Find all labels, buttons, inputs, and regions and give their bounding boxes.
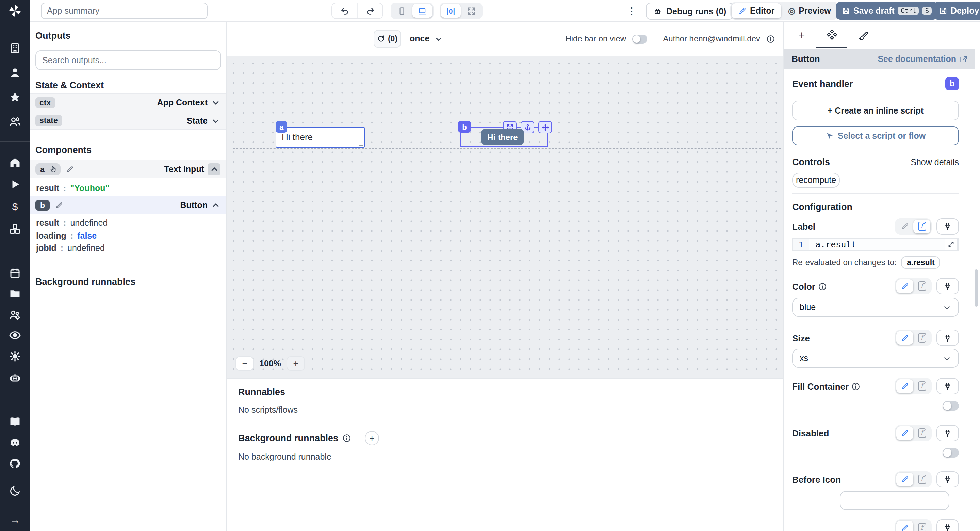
component-a-id-pill[interactable]: a [35,163,61,176]
connect-plug-icon[interactable] [937,330,959,346]
static-mode-pencil-icon[interactable] [896,472,913,486]
output-row-ctx[interactable]: ctx App Context [30,93,226,111]
info-icon[interactable] [766,34,775,43]
textinput-value[interactable]: Hi there [276,128,364,146]
more-menu-kebab-icon[interactable]: ⋮ [625,3,638,19]
label-code-value[interactable]: a.result [809,239,945,249]
app-summary-input[interactable] [41,3,208,19]
output-row-state[interactable]: state State [30,111,226,130]
chevron-down-icon[interactable] [211,98,221,108]
canvas-component-a-textinput[interactable]: a Hi there [275,127,365,147]
tab-styling[interactable] [855,27,871,43]
windmill-logo[interactable] [8,3,22,18]
disabled-toggle[interactable] [943,448,959,458]
tab-component-settings[interactable] [816,22,847,48]
see-documentation-link[interactable]: See documentation [878,54,968,63]
recompute-control-button[interactable]: recompute [792,173,840,188]
info-icon[interactable] [851,382,860,391]
add-background-runnable-button[interactable]: + [365,431,379,445]
save-draft-button[interactable]: Save draft Ctrl S [836,2,938,20]
show-details-link[interactable]: Show details [911,157,959,167]
app-canvas[interactable]: a Hi there b Hi there − 100% + [227,56,783,378]
component-row-a[interactable]: a Text Input [30,160,226,178]
chevron-up-icon[interactable] [211,201,221,210]
connect-plug-icon[interactable] [937,520,959,531]
zoom-out-button[interactable]: − [235,356,254,371]
chevron-down-icon[interactable] [211,116,221,125]
reevaluated-dependency[interactable]: a.result [901,256,940,269]
static-mode-pencil-icon[interactable] [896,426,913,440]
variables-icon[interactable]: $ [9,200,21,212]
collapse-a-button[interactable] [208,163,221,175]
before-icon-input[interactable] [840,491,950,510]
component-row-b[interactable]: b Button [30,196,226,214]
debug-runs-button[interactable]: Debug runs (0) [646,3,733,20]
static-mode-pencil-icon[interactable] [896,331,913,345]
tab-insert-component[interactable]: + [794,27,810,43]
workspace-icon[interactable] [9,42,21,54]
zoom-in-button[interactable]: + [286,356,305,371]
panel-scrollbar[interactable] [975,269,978,307]
connect-plug-icon[interactable] [937,378,959,394]
refresh-button[interactable]: (0) [374,30,401,48]
size-select[interactable]: xs [792,349,959,368]
docs-book-icon[interactable] [9,415,21,428]
resize-handle[interactable] [542,141,546,146]
runs-icon[interactable] [9,178,21,190]
hide-bar-toggle[interactable] [632,34,647,43]
static-mode-pencil-icon[interactable] [896,379,913,393]
resize-handle[interactable] [359,141,363,146]
eval-mode-function-icon[interactable]: f [913,521,930,531]
button-component-preview[interactable]: Hi there [481,128,524,146]
home-icon[interactable] [9,156,21,169]
eval-mode-function-icon[interactable]: f [913,472,930,486]
discord-icon[interactable] [9,436,21,449]
dark-mode-moon-icon[interactable] [9,485,21,497]
static-mode-pencil-icon[interactable] [896,220,913,233]
undo-button[interactable] [332,3,357,18]
select-script-or-flow-button[interactable]: Select a script or flow [792,127,959,146]
info-icon[interactable] [818,282,827,291]
github-icon[interactable] [9,458,21,470]
rename-pencil-icon[interactable] [66,165,75,173]
desktop-view-button[interactable] [412,4,432,18]
editor-tab[interactable]: Editor [732,3,781,18]
bounded-width-button[interactable]: |0| [441,4,461,18]
full-width-button[interactable] [461,4,481,18]
expand-editor-button[interactable] [945,239,958,250]
connect-plug-icon[interactable] [937,471,959,488]
static-mode-pencil-icon[interactable] [896,521,913,531]
info-icon[interactable] [342,434,351,442]
user-icon[interactable] [9,67,21,79]
label-code-editor[interactable]: 1 a.result [792,238,959,251]
create-inline-script-button[interactable]: + Create an inline script [792,101,959,120]
color-select[interactable]: blue [792,298,959,317]
folders-icon[interactable] [9,288,21,300]
fill-container-toggle[interactable] [943,401,959,411]
redo-button[interactable] [357,3,382,18]
ai-bot-icon[interactable] [9,372,21,384]
connect-plug-icon[interactable] [937,425,959,441]
static-mode-pencil-icon[interactable] [896,279,913,293]
eval-mode-function-icon[interactable]: f [913,379,930,393]
eval-mode-function-icon[interactable]: f [913,220,930,233]
eval-mode-function-icon[interactable]: f [913,331,930,345]
workers-icon[interactable] [9,309,21,321]
eval-mode-function-icon[interactable]: f [913,279,930,293]
preview-tab[interactable]: ◎ Preview [781,3,838,18]
search-outputs-input[interactable] [35,50,221,70]
groups-icon[interactable] [9,116,21,128]
connect-plug-icon[interactable] [937,218,959,235]
mobile-view-button[interactable] [392,4,412,18]
rename-pencil-icon[interactable] [55,201,63,209]
audit-logs-icon[interactable] [9,329,21,341]
resources-icon[interactable] [9,223,21,235]
eval-mode-function-icon[interactable]: f [913,426,930,440]
canvas-component-b-button[interactable]: b Hi there [460,127,548,147]
refresh-mode-dropdown[interactable]: once [410,30,443,48]
connect-plug-icon[interactable] [937,278,959,295]
star-icon[interactable] [9,91,21,103]
schedules-icon[interactable] [9,267,21,279]
expand-sidebar-arrow-icon[interactable]: → [9,513,21,526]
deploy-button[interactable]: Deploy [933,2,980,20]
